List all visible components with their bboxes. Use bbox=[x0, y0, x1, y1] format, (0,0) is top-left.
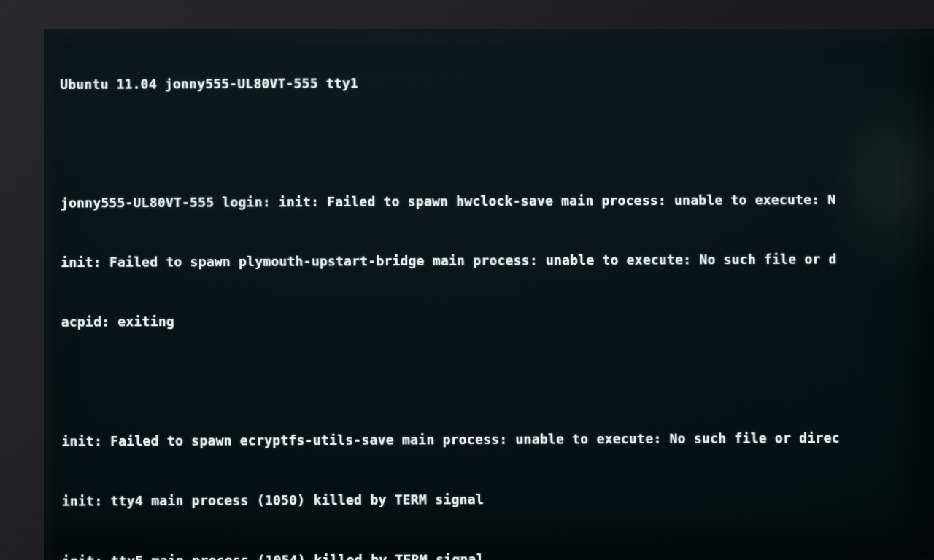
tty-console[interactable]: Ubuntu 11.04 jonny555-UL80VT-555 tty1 jo… bbox=[60, 31, 934, 560]
console-line: init: Failed to spawn plymouth-upstart-b… bbox=[61, 249, 934, 273]
console-line: acpid: exiting bbox=[61, 308, 934, 332]
os-header-line: Ubuntu 11.04 jonny555-UL80VT-555 tty1 bbox=[60, 71, 934, 94]
blank-line bbox=[61, 368, 934, 392]
login-prompt-line: jonny555-UL80VT-555 login: init: Failed … bbox=[61, 189, 934, 213]
console-line: init: tty5 main process (1054) killed by… bbox=[62, 547, 934, 560]
console-line: init: tty4 main process (1050) killed by… bbox=[62, 487, 934, 511]
monitor-bezel: Ubuntu 11.04 jonny555-UL80VT-555 tty1 jo… bbox=[0, 0, 934, 560]
crt-screen: Ubuntu 11.04 jonny555-UL80VT-555 tty1 jo… bbox=[44, 29, 934, 560]
blank-line bbox=[61, 130, 934, 154]
console-line: init: Failed to spawn ecryptfs-utils-sav… bbox=[61, 427, 934, 451]
